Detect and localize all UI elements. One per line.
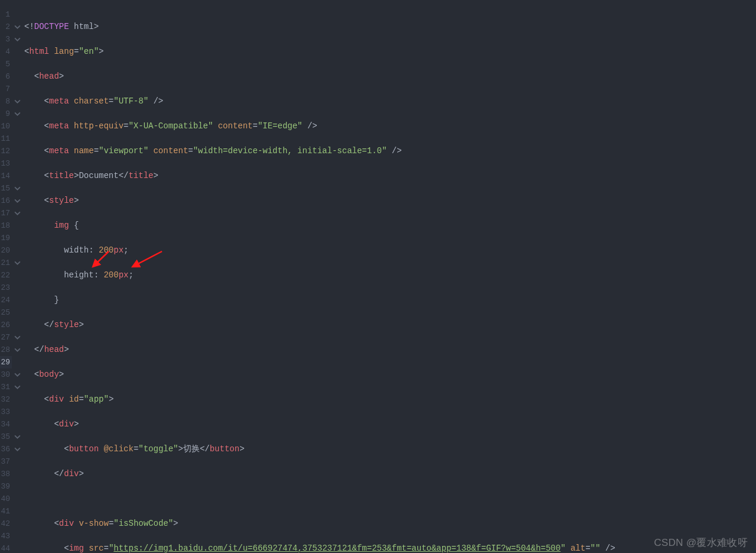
code-line: img { — [23, 219, 756, 232]
code-editor[interactable]: 1234567891011121314151617181920212223242… — [0, 2, 756, 553]
fold-chevron-icon[interactable] — [12, 431, 23, 443]
code-line: </div> — [23, 468, 756, 480]
line-number-gutter: 1234567891011121314151617181920212223242… — [0, 2, 12, 553]
code-line: <div> — [23, 418, 756, 431]
fold-chevron-icon[interactable] — [12, 195, 23, 207]
fold-gutter[interactable] — [12, 2, 23, 553]
code-line: <div id="app"> — [23, 393, 756, 406]
code-line: height: 200px; — [23, 269, 756, 282]
fold-chevron-icon[interactable] — [12, 95, 23, 108]
code-line: <div v-show="isShowCode"> — [23, 518, 756, 530]
code-line: <button @click="toggle">切换</button> — [23, 443, 756, 455]
code-line: <style> — [23, 195, 756, 207]
fold-chevron-icon[interactable] — [12, 257, 23, 269]
code-line: <meta charset="UTF-8" /> — [23, 95, 756, 108]
code-line: <img src="https://img1.baidu.com/it/u=66… — [23, 542, 756, 553]
fold-chevron-icon[interactable] — [12, 21, 23, 33]
fold-chevron-icon[interactable] — [12, 33, 23, 46]
fold-chevron-icon[interactable] — [12, 381, 23, 393]
code-line: <body> — [23, 368, 756, 381]
code-line: <head> — [23, 70, 756, 83]
code-line: <title>Document</title> — [23, 170, 756, 182]
code-area[interactable]: <!DOCTYPE html> <html lang="en"> <head> … — [23, 2, 756, 553]
code-line: <html lang="en"> — [23, 46, 756, 58]
fold-chevron-icon[interactable] — [12, 344, 23, 356]
code-line: <meta name="viewport" content="width=dev… — [23, 145, 756, 157]
code-line: </style> — [23, 319, 756, 331]
code-line: width: 200px; — [23, 244, 756, 257]
code-line: } — [23, 294, 756, 306]
code-line: <meta http-equiv="X-UA-Compatible" conte… — [23, 120, 756, 132]
fold-chevron-icon[interactable] — [12, 108, 23, 120]
code-line: <!DOCTYPE html> — [23, 21, 756, 33]
fold-chevron-icon[interactable] — [12, 207, 23, 219]
fold-chevron-icon[interactable] — [12, 182, 23, 195]
code-line — [23, 493, 756, 505]
code-line: </head> — [23, 344, 756, 356]
fold-chevron-icon[interactable] — [12, 331, 23, 344]
fold-chevron-icon[interactable] — [12, 443, 23, 455]
fold-chevron-icon[interactable] — [12, 368, 23, 381]
